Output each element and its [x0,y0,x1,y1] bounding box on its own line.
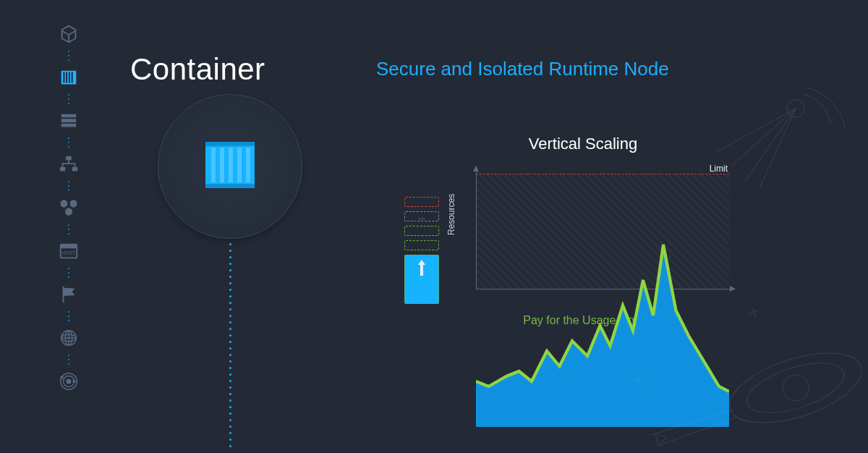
vertical-scaling-chart: Vertical Scaling … Resources Limit $ [402,135,764,327]
svg-rect-2 [66,72,67,83]
hexes-icon [58,197,80,219]
orbit-icon [58,371,80,392]
svg-point-33 [741,353,850,423]
svg-rect-3 [69,72,70,83]
svg-point-21 [61,376,63,378]
limit-label: Limit [710,164,728,174]
svg-rect-26 [220,148,224,182]
rail-item-database[interactable] [56,109,81,133]
cloudlet-filled [404,255,439,304]
container-icon [58,67,80,88]
cloudlet-slot [404,240,439,250]
svg-rect-4 [72,72,73,83]
svg-point-32 [721,339,868,437]
topology-icon [58,153,80,175]
rail-dots [68,51,69,61]
svg-rect-8 [66,156,72,161]
chart-title: Vertical Scaling [402,135,764,153]
rail-item-globe[interactable] [56,326,81,350]
svg-rect-7 [61,124,77,127]
rail-dots [68,355,69,365]
rail-dots [68,181,69,191]
globe-icon [58,327,80,349]
container-icon [200,135,260,198]
svg-rect-24 [205,184,255,188]
page-title: Container [130,52,265,87]
rail-item-container[interactable] [56,65,81,90]
cube-icon [58,23,80,45]
svg-rect-25 [211,148,216,182]
svg-rect-6 [61,119,77,122]
cloudlet-top [404,197,439,207]
rail-item-host[interactable]: HOST [56,239,81,263]
svg-rect-1 [64,72,65,83]
svg-text:HOST: HOST [62,250,75,255]
cloudlet-ellipsis: … [404,211,439,221]
cloudlet-slot [404,226,439,236]
svg-point-34 [783,375,809,401]
svg-rect-29 [246,148,250,182]
svg-rect-12 [61,245,77,249]
host-icon: HOST [58,240,80,262]
svg-rect-23 [205,142,255,146]
side-rail: HOST [56,22,81,394]
svg-rect-9 [60,167,66,172]
svg-point-31 [787,100,804,117]
rail-item-cube[interactable] [56,22,81,46]
database-icon [58,110,80,132]
area-path: $ [476,174,729,427]
svg-rect-27 [229,148,233,182]
svg-point-17 [67,379,71,384]
rail-dots [68,268,69,278]
rail-item-orbit[interactable] [56,369,81,394]
svg-point-20 [73,381,75,383]
rail-item-topology[interactable] [56,152,81,177]
dotted-connector [229,243,231,447]
rail-dots [68,311,69,321]
rail-item-hexes[interactable] [56,195,81,220]
cloudlet-stack: … [402,197,441,304]
chart-plot: Resources Limit $ [460,166,735,304]
y-axis-label: Resources [446,194,456,235]
rail-dots [68,224,69,234]
svg-rect-5 [61,114,77,118]
feature-circle [158,94,302,239]
arrow-up-icon [417,260,426,276]
rail-item-flag[interactable] [56,282,81,307]
flag-icon [58,284,80,305]
svg-rect-28 [237,148,242,182]
rail-dots [68,137,69,148]
svg-rect-10 [72,167,78,172]
rail-dots [68,94,69,104]
page-subtitle: Secure and Isolated Runtime Node [376,58,669,80]
